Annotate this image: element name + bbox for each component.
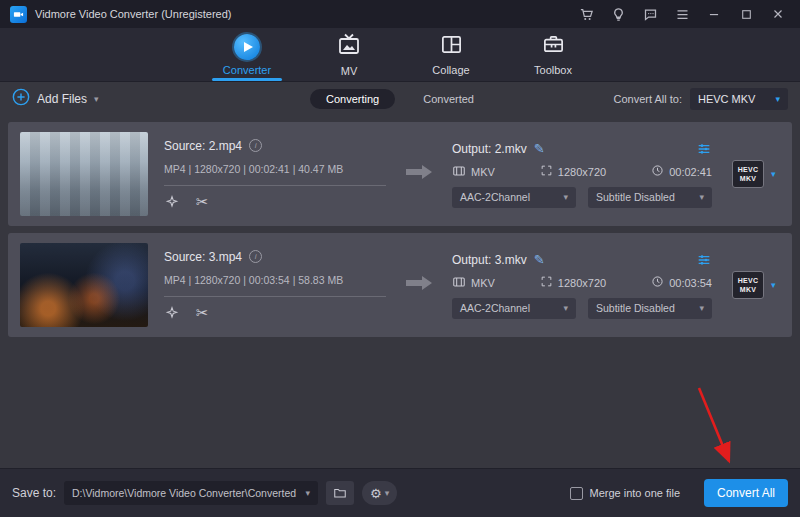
file-row-2: Source: 3.mp4 i MP4 | 1280x720 | 00:03:5… <box>8 233 792 337</box>
idea-lamp-icon[interactable] <box>606 3 630 25</box>
source-filename: Source: 3.mp4 <box>164 250 242 264</box>
resolution-expand-icon <box>540 275 553 290</box>
bottom-bar: Save to: D:\Vidmore\Vidmore Video Conver… <box>0 468 800 517</box>
tab-converter[interactable]: Converter <box>218 28 276 81</box>
output-filename: Output: 3.mkv <box>452 253 527 267</box>
file-row-1: Source: 2.mp4 i MP4 | 1280x720 | 00:02:4… <box>8 122 792 226</box>
video-thumbnail-1[interactable] <box>20 132 148 216</box>
tab-collage[interactable]: Collage <box>422 28 480 81</box>
convert-all-to-value: HEVC MKV <box>698 93 755 105</box>
cut-scissors-icon[interactable]: ✂ <box>196 194 209 209</box>
cart-icon[interactable] <box>574 3 598 25</box>
subtitle-select[interactable]: Subtitle Disabled ▾ <box>588 187 712 208</box>
format-icon <box>452 275 466 291</box>
output-info-2: Output: 3.mkv ✎ MKV 1280x720 <box>452 252 712 319</box>
save-to-label: Save to: <box>12 486 56 500</box>
open-folder-button[interactable] <box>326 481 354 505</box>
settings-sliders-icon[interactable] <box>696 252 712 268</box>
add-files-label: Add Files <box>37 92 87 106</box>
tab-mv[interactable]: MV <box>320 28 378 81</box>
tab-converter-label: Converter <box>223 64 271 76</box>
audio-track-select[interactable]: AAC-2Channel ▾ <box>452 187 576 208</box>
tab-collage-label: Collage <box>432 64 469 76</box>
add-plus-icon <box>12 88 30 110</box>
merge-checkbox[interactable] <box>570 487 583 500</box>
chevron-down-icon: ▾ <box>699 193 704 202</box>
convert-all-button[interactable]: Convert All <box>704 479 788 507</box>
output-resolution: 1280x720 <box>558 166 606 178</box>
subtitle-select[interactable]: Subtitle Disabled ▾ <box>588 298 712 319</box>
maximize-icon[interactable] <box>734 3 758 25</box>
menu-icon[interactable] <box>670 3 694 25</box>
source-meta: MP4 | 1280x720 | 00:02:41 | 40.47 MB <box>164 163 386 186</box>
effect-star-icon[interactable] <box>164 305 180 321</box>
source-meta: MP4 | 1280x720 | 00:03:54 | 58.83 MB <box>164 274 386 297</box>
effect-star-icon[interactable] <box>164 194 180 210</box>
info-icon[interactable]: i <box>249 139 262 152</box>
output-filename: Output: 2.mkv <box>452 142 527 156</box>
audio-track-value: AAC-2Channel <box>460 191 530 203</box>
toolbox-icon <box>542 33 565 60</box>
merge-into-one-file-option[interactable]: Merge into one file <box>570 487 681 500</box>
chevron-down-icon: ▾ <box>771 281 776 290</box>
subtitle-value: Subtitle Disabled <box>596 302 675 314</box>
resolution-expand-icon <box>540 164 553 179</box>
output-duration: 00:02:41 <box>669 166 712 178</box>
titlebar: Vidmore Video Converter (Unregistered) <box>0 0 800 28</box>
tab-toolbox[interactable]: Toolbox <box>524 28 582 81</box>
convert-all-to-group: Convert All to: HEVC MKV ▾ <box>490 88 788 110</box>
profile-badge: HEVC MKV <box>732 160 764 188</box>
output-format: MKV <box>471 166 495 178</box>
chevron-down-icon: ▾ <box>306 489 311 498</box>
output-profile-button[interactable]: HEVC MKV ▾ <box>732 160 776 188</box>
convert-arrow-icon <box>404 275 434 295</box>
chevron-down-icon: ▾ <box>775 95 780 104</box>
tab-toolbox-label: Toolbox <box>534 64 572 76</box>
video-thumbnail-2[interactable] <box>20 243 148 327</box>
output-resolution: 1280x720 <box>558 277 606 289</box>
clock-icon <box>651 275 664 290</box>
chevron-down-icon: ▾ <box>385 489 390 498</box>
rename-pencil-icon[interactable]: ✎ <box>534 142 545 155</box>
main-nav: Converter MV Collage Toolbox <box>0 28 800 82</box>
tab-converted[interactable]: Converted <box>407 89 490 109</box>
app-window: Vidmore Video Converter (Unregistered) C… <box>0 0 800 517</box>
convert-all-to-select[interactable]: HEVC MKV ▾ <box>690 88 788 110</box>
chevron-down-icon: ▾ <box>699 304 704 313</box>
source-filename: Source: 2.mp4 <box>164 139 242 153</box>
chevron-down-icon: ▾ <box>563 304 568 313</box>
feedback-icon[interactable] <box>638 3 662 25</box>
add-files-button[interactable]: Add Files ▾ <box>12 88 310 110</box>
clock-icon <box>651 164 664 179</box>
add-files-caret-icon[interactable]: ▾ <box>94 95 99 104</box>
source-info-1: Source: 2.mp4 i MP4 | 1280x720 | 00:02:4… <box>164 139 386 210</box>
rename-pencil-icon[interactable]: ✎ <box>534 253 545 266</box>
format-icon <box>452 164 466 180</box>
collage-grid-icon <box>440 33 463 60</box>
convert-all-to-label: Convert All to: <box>614 93 682 105</box>
settings-gear-button[interactable]: ⚙ ▾ <box>362 481 397 505</box>
toolbar: Add Files ▾ Converting Converted Convert… <box>0 82 800 116</box>
audio-track-select[interactable]: AAC-2Channel ▾ <box>452 298 576 319</box>
output-duration: 00:03:54 <box>669 277 712 289</box>
chevron-down-icon: ▾ <box>563 193 568 202</box>
subtitle-value: Subtitle Disabled <box>596 191 675 203</box>
profile-badge: HEVC MKV <box>732 271 764 299</box>
output-info-1: Output: 2.mkv ✎ MKV 1280x720 <box>452 141 712 208</box>
file-list: Source: 2.mp4 i MP4 | 1280x720 | 00:02:4… <box>0 116 800 468</box>
tab-mv-label: MV <box>341 65 358 77</box>
cut-scissors-icon[interactable]: ✂ <box>196 305 209 320</box>
close-icon[interactable] <box>766 3 790 25</box>
info-icon[interactable]: i <box>249 250 262 263</box>
minimize-icon[interactable] <box>702 3 726 25</box>
chevron-down-icon: ▾ <box>771 170 776 179</box>
gear-icon: ⚙ <box>370 486 382 501</box>
settings-sliders-icon[interactable] <box>696 141 712 157</box>
convert-arrow-icon <box>404 164 434 184</box>
merge-label: Merge into one file <box>590 487 681 499</box>
queue-tabs: Converting Converted <box>310 89 490 109</box>
save-path-select[interactable]: D:\Vidmore\Vidmore Video Converter\Conve… <box>64 481 318 505</box>
tab-converting[interactable]: Converting <box>310 89 395 109</box>
output-profile-button[interactable]: HEVC MKV ▾ <box>732 271 776 299</box>
source-info-2: Source: 3.mp4 i MP4 | 1280x720 | 00:03:5… <box>164 250 386 321</box>
